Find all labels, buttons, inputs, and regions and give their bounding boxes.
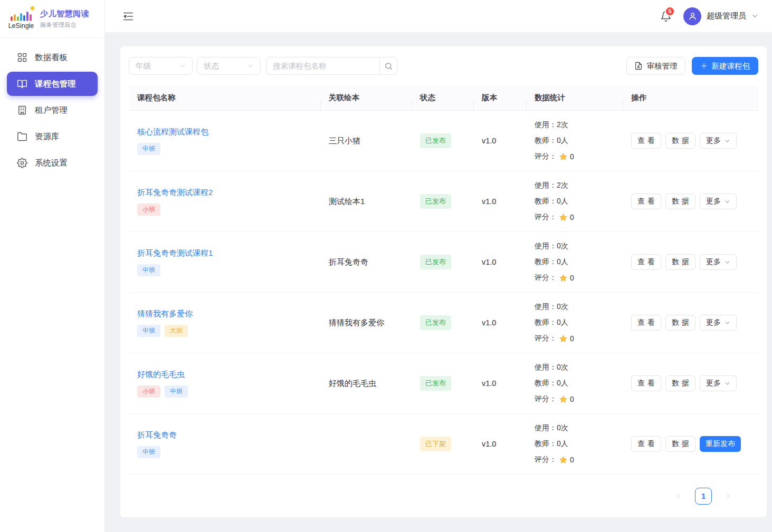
row-actions: 查看 数据 更多 <box>631 315 758 331</box>
table-row: 好饿的毛毛虫 小班中班 好饿的毛毛虫 已发布 v1.0 使用： 0次 教师： 0… <box>129 353 758 414</box>
pagination-next-icon[interactable] <box>720 488 736 504</box>
version-text: v1.0 <box>482 137 496 145</box>
audit-icon <box>634 62 643 70</box>
actions-cell: 查看 数据 更多 <box>623 254 758 270</box>
table-row: 核心流程测试课程包 中班 三只小猪 已发布 v1.0 使用： 2次 教师： 0人 <box>129 111 758 171</box>
package-name-cell: 折耳兔奇奇测试课程2 小班 <box>129 188 320 216</box>
usage-value: 0次 <box>557 241 568 251</box>
usage-value: 0次 <box>557 302 568 312</box>
table-row: 折耳兔奇奇 中班 已下架 v1.0 使用： 0次 教师： 0人 评分： <box>129 414 758 475</box>
more-button-label: 更多 <box>706 318 721 327</box>
sidebar-item-book-open[interactable]: 课程包管理 <box>7 72 98 96</box>
view-button[interactable]: 查看 <box>631 315 661 331</box>
rating-value: 0 <box>570 213 574 221</box>
version-cell: v1.0 <box>473 318 526 327</box>
grade-tags: 中班大班 <box>137 325 320 337</box>
view-button[interactable]: 查看 <box>631 436 661 452</box>
data-button[interactable]: 数据 <box>665 315 695 331</box>
package-name-link[interactable]: 折耳兔奇奇 <box>137 430 177 440</box>
chevron-down-icon <box>751 13 758 20</box>
rating-value: 0 <box>570 456 574 464</box>
menu-fold-icon[interactable] <box>122 11 134 22</box>
sidebar-item-label: 资源库 <box>35 131 60 142</box>
sidebar-item-building[interactable]: 租户管理 <box>7 98 98 122</box>
view-button-label: 查看 <box>637 197 657 206</box>
actions-cell: 查看 数据 更多 <box>623 375 758 391</box>
package-name-link[interactable]: 核心流程测试课程包 <box>137 127 208 137</box>
stats-cell: 使用： 0次 教师： 0人 评分： 0 <box>526 360 623 407</box>
teacher-value: 0人 <box>557 257 568 267</box>
pagination-page-1[interactable]: 1 <box>695 488 712 505</box>
view-button[interactable]: 查看 <box>631 254 661 270</box>
audit-manage-button[interactable]: 审核管理 <box>626 57 685 75</box>
more-button[interactable]: 更多 <box>700 194 737 209</box>
view-button-label: 查看 <box>637 439 657 449</box>
package-name-cell: 折耳兔奇奇 中班 <box>129 430 320 458</box>
grade-select[interactable]: 年级 <box>129 57 193 75</box>
status-select[interactable]: 状态 <box>197 57 261 75</box>
filter-toolbar: 年级 状态 审核管理 <box>129 57 758 75</box>
stats-cell: 使用： 2次 教师： 0人 评分： 0 <box>526 178 623 225</box>
package-name-link[interactable]: 好饿的毛毛虫 <box>137 370 185 380</box>
teacher-stat: 教师： 0人 <box>535 254 623 270</box>
teacher-value: 0人 <box>557 379 568 388</box>
more-button-label: 更多 <box>706 197 721 206</box>
view-button[interactable]: 查看 <box>631 194 661 209</box>
rating-label: 评分： <box>535 455 557 465</box>
data-button[interactable]: 数据 <box>665 375 695 391</box>
grade-tag: 中班 <box>137 264 160 276</box>
create-package-button[interactable]: 新建课程包 <box>692 57 759 75</box>
data-button[interactable]: 数据 <box>665 254 695 270</box>
actions-cell: 查看 数据 更多 <box>623 133 758 149</box>
view-button[interactable]: 查看 <box>631 133 661 149</box>
data-button[interactable]: 数据 <box>665 194 695 209</box>
package-name-link[interactable]: 折耳兔奇奇测试课程2 <box>137 188 213 198</box>
user-menu[interactable]: 超级管理员 <box>683 7 758 25</box>
folder-icon <box>17 131 27 142</box>
more-button[interactable]: 更多 <box>700 254 737 270</box>
more-button-label: 更多 <box>706 257 721 267</box>
data-button[interactable]: 数据 <box>665 436 695 452</box>
sidebar-item-dashboard[interactable]: 数据看板 <box>7 45 98 70</box>
sidebar-item-gear[interactable]: 系统设置 <box>7 151 98 175</box>
view-button[interactable]: 查看 <box>631 375 661 391</box>
version-text: v1.0 <box>482 318 496 327</box>
data-button[interactable]: 数据 <box>665 133 695 149</box>
usage-stat: 使用： 0次 <box>535 299 623 315</box>
search-button[interactable] <box>379 57 397 75</box>
more-button[interactable]: 更多 <box>700 315 737 331</box>
more-button[interactable]: 更多 <box>700 375 737 391</box>
usage-label: 使用： <box>535 181 557 190</box>
book-name: 折耳兔奇奇 <box>329 257 368 266</box>
star-icon <box>559 456 568 465</box>
chevron-down-icon <box>725 381 730 386</box>
package-name-link[interactable]: 猜猜我有多爱你 <box>137 309 193 319</box>
book-cell: 测试绘本1 <box>320 197 412 207</box>
brand-text: 少儿智慧阅读 服务管理后台 <box>40 9 89 29</box>
version-text: v1.0 <box>482 197 496 206</box>
logo-icon <box>11 8 32 21</box>
more-button[interactable]: 更多 <box>700 133 737 149</box>
package-name-link[interactable]: 折耳兔奇奇测试课程1 <box>137 248 213 258</box>
data-button-label: 数据 <box>672 197 692 206</box>
table-row: 折耳兔奇奇测试课程2 小班 测试绘本1 已发布 v1.0 使用： 2次 教师： … <box>129 171 758 232</box>
sidebar-item-folder[interactable]: 资源库 <box>7 124 98 149</box>
table-row: 猜猜我有多爱你 中班大班 猜猜我有多爱你 已发布 v1.0 使用： 0次 教师：… <box>129 293 758 353</box>
teacher-label: 教师： <box>535 439 557 449</box>
version-text: v1.0 <box>482 440 496 448</box>
brand: LeSingle 少儿智慧阅读 服务管理后台 <box>0 0 104 38</box>
notification-bell[interactable]: 5 <box>660 11 672 22</box>
pagination-prev-icon[interactable] <box>671 488 687 504</box>
republish-button[interactable]: 重新发布 <box>700 436 741 452</box>
usage-label: 使用： <box>535 423 557 433</box>
brand-logo-text: LeSingle <box>8 22 34 30</box>
column-header: 操作 <box>623 93 758 103</box>
status-cell: 已发布 <box>412 376 473 391</box>
stats-cell: 使用： 0次 教师： 0人 评分： 0 <box>526 420 623 468</box>
search-input[interactable] <box>266 57 379 75</box>
sidebar-item-label: 课程包管理 <box>35 79 76 90</box>
book-cell: 猜猜我有多爱你 <box>320 318 412 328</box>
column-header: 关联绘本 <box>320 93 412 103</box>
data-button-label: 数据 <box>672 379 692 388</box>
chevron-down-icon <box>725 199 730 205</box>
